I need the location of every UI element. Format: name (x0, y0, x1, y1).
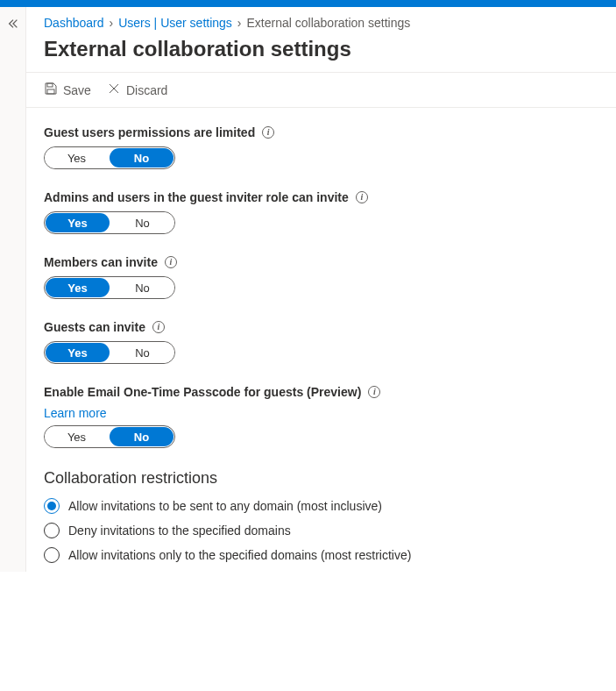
radio-allow-specified[interactable]: Allow invitations only to the specified … (44, 547, 598, 563)
setting-label-text: Enable Email One-Time Passcode for guest… (44, 385, 361, 399)
toggle-yes[interactable]: Yes (45, 147, 109, 168)
breadcrumb: Dashboard › Users | User settings › Exte… (26, 7, 616, 37)
setting-guest-limited: Guest users permissions are limited i Ye… (44, 125, 598, 169)
collapse-sidebar-icon[interactable] (7, 18, 19, 32)
setting-label-text: Guests can invite (44, 320, 145, 334)
info-icon[interactable]: i (262, 126, 274, 139)
radio-icon (44, 547, 60, 563)
top-accent-bar (0, 0, 616, 7)
toggle-no[interactable]: No (110, 342, 174, 363)
toggle-no[interactable]: No (110, 277, 174, 298)
radio-label: Allow invitations only to the specified … (68, 548, 411, 562)
info-icon[interactable]: i (356, 191, 368, 203)
save-icon (44, 82, 58, 98)
restrictions-radio-group: Allow invitations to be sent to any doma… (44, 498, 598, 563)
save-label: Save (63, 83, 91, 97)
toggle-admins-invite: Yes No (44, 211, 175, 234)
restrictions-heading: Collaboration restrictions (44, 469, 598, 488)
svg-rect-1 (47, 89, 54, 94)
save-button[interactable]: Save (44, 82, 91, 98)
toggle-yes[interactable]: Yes (46, 343, 110, 362)
chevron-right-icon: › (110, 16, 114, 30)
toolbar: Save Discard (26, 73, 616, 107)
info-icon[interactable]: i (368, 386, 380, 398)
chevron-right-icon: › (237, 16, 242, 30)
discard-label: Discard (126, 83, 167, 97)
setting-guests-invite: Guests can invite i Yes No (44, 320, 598, 364)
info-icon[interactable]: i (152, 321, 165, 333)
radio-icon (44, 498, 60, 514)
setting-email-otp: Enable Email One-Time Passcode for guest… (44, 385, 598, 448)
close-icon (107, 82, 121, 98)
toggle-no[interactable]: No (110, 427, 173, 446)
breadcrumb-users[interactable]: Users | User settings (118, 16, 232, 30)
radio-deny-specified[interactable]: Deny invitations to the specified domain… (44, 523, 598, 538)
setting-admins-invite: Admins and users in the guest inviter ro… (44, 190, 598, 234)
toggle-email-otp: Yes No (44, 425, 175, 448)
discard-button[interactable]: Discard (107, 82, 167, 98)
toggle-guest-limited: Yes No (44, 146, 175, 169)
setting-label-text: Admins and users in the guest inviter ro… (44, 190, 349, 204)
breadcrumb-current: External collaboration settings (247, 16, 411, 30)
toggle-no[interactable]: No (110, 148, 173, 167)
setting-label-text: Members can invite (44, 255, 158, 269)
toggle-members-invite: Yes No (44, 276, 175, 299)
learn-more-link[interactable]: Learn more (44, 406, 107, 420)
setting-label-text: Guest users permissions are limited (44, 125, 255, 139)
sidebar-collapse-column (0, 7, 26, 572)
radio-label: Allow invitations to be sent to any doma… (68, 499, 382, 513)
toggle-yes[interactable]: Yes (46, 213, 110, 232)
page-title: External collaboration settings (26, 37, 616, 72)
toggle-guests-invite: Yes No (44, 341, 175, 364)
setting-members-invite: Members can invite i Yes No (44, 255, 598, 299)
toggle-yes[interactable]: Yes (45, 426, 109, 447)
toggle-no[interactable]: No (110, 212, 174, 233)
breadcrumb-dashboard[interactable]: Dashboard (44, 16, 104, 30)
toggle-yes[interactable]: Yes (46, 278, 110, 297)
radio-label: Deny invitations to the specified domain… (68, 524, 291, 538)
radio-allow-any[interactable]: Allow invitations to be sent to any doma… (44, 498, 598, 514)
info-icon[interactable]: i (165, 256, 177, 268)
svg-rect-0 (47, 83, 53, 87)
radio-icon (44, 523, 60, 538)
